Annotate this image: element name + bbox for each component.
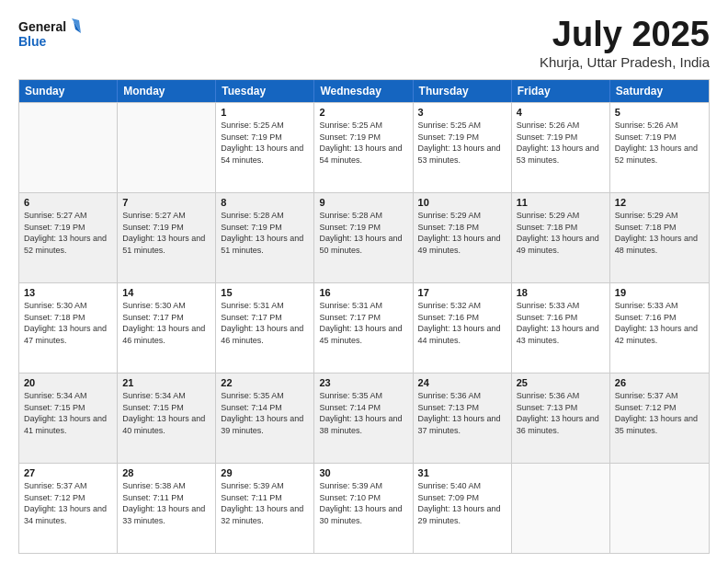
cell-daylight: Daylight: 13 hours and 41 minutes. bbox=[24, 413, 112, 436]
day-number: 24 bbox=[418, 377, 506, 388]
cell-sunrise: Sunrise: 5:35 AM bbox=[319, 390, 407, 402]
cell-daylight: Daylight: 13 hours and 39 minutes. bbox=[221, 413, 309, 436]
cell-sunset: Sunset: 7:19 PM bbox=[24, 222, 112, 234]
cell-daylight: Daylight: 13 hours and 35 minutes. bbox=[615, 413, 704, 436]
cal-cell-2-3: 8 Sunrise: 5:28 AM Sunset: 7:19 PM Dayli… bbox=[216, 193, 314, 282]
day-number: 1 bbox=[221, 107, 309, 118]
day-number: 29 bbox=[221, 467, 309, 478]
header-friday: Friday bbox=[512, 80, 610, 102]
cell-sunset: Sunset: 7:16 PM bbox=[517, 312, 605, 324]
cell-daylight: Daylight: 13 hours and 46 minutes. bbox=[221, 323, 309, 346]
day-number: 13 bbox=[24, 287, 112, 298]
cell-sunrise: Sunrise: 5:25 AM bbox=[418, 120, 506, 132]
cell-sunset: Sunset: 7:11 PM bbox=[122, 492, 210, 504]
cell-sunset: Sunset: 7:19 PM bbox=[221, 132, 309, 144]
cell-daylight: Daylight: 13 hours and 30 minutes. bbox=[319, 503, 407, 526]
day-number: 12 bbox=[615, 197, 704, 208]
cell-sunset: Sunset: 7:13 PM bbox=[517, 402, 605, 414]
header: General Blue July 2025 Khurja, Uttar Pra… bbox=[18, 17, 710, 70]
cal-cell-5-2: 28 Sunrise: 5:38 AM Sunset: 7:11 PM Dayl… bbox=[118, 464, 216, 553]
cell-sunrise: Sunrise: 5:35 AM bbox=[221, 390, 309, 402]
cell-sunset: Sunset: 7:16 PM bbox=[418, 312, 506, 324]
cell-sunrise: Sunrise: 5:39 AM bbox=[221, 480, 309, 492]
cell-daylight: Daylight: 13 hours and 52 minutes. bbox=[615, 143, 704, 166]
cal-cell-2-4: 9 Sunrise: 5:28 AM Sunset: 7:19 PM Dayli… bbox=[314, 193, 413, 282]
cal-cell-4-1: 20 Sunrise: 5:34 AM Sunset: 7:15 PM Dayl… bbox=[19, 373, 118, 463]
svg-text:General: General bbox=[18, 19, 66, 34]
cell-sunset: Sunset: 7:17 PM bbox=[319, 312, 407, 324]
cell-sunrise: Sunrise: 5:26 AM bbox=[615, 120, 704, 132]
cell-sunrise: Sunrise: 5:32 AM bbox=[418, 300, 506, 312]
cell-sunset: Sunset: 7:18 PM bbox=[418, 222, 506, 234]
cal-cell-1-1 bbox=[19, 103, 118, 192]
day-number: 23 bbox=[319, 377, 407, 388]
day-number: 31 bbox=[418, 467, 506, 478]
cell-sunrise: Sunrise: 5:37 AM bbox=[615, 390, 704, 402]
cal-cell-1-4: 2 Sunrise: 5:25 AM Sunset: 7:19 PM Dayli… bbox=[314, 103, 413, 192]
cal-cell-4-7: 26 Sunrise: 5:37 AM Sunset: 7:12 PM Dayl… bbox=[610, 373, 709, 463]
cell-daylight: Daylight: 13 hours and 49 minutes. bbox=[517, 233, 605, 256]
header-wednesday: Wednesday bbox=[314, 80, 413, 102]
cal-row-4: 20 Sunrise: 5:34 AM Sunset: 7:15 PM Dayl… bbox=[19, 373, 709, 463]
day-number: 2 bbox=[319, 107, 407, 118]
logo-svg: General Blue bbox=[18, 17, 83, 52]
cal-cell-2-7: 12 Sunrise: 5:29 AM Sunset: 7:18 PM Dayl… bbox=[610, 193, 709, 282]
cell-daylight: Daylight: 13 hours and 54 minutes. bbox=[319, 143, 407, 166]
cell-daylight: Daylight: 13 hours and 53 minutes. bbox=[418, 143, 506, 166]
day-number: 16 bbox=[319, 287, 407, 298]
cell-daylight: Daylight: 13 hours and 51 minutes. bbox=[221, 233, 309, 256]
cell-sunrise: Sunrise: 5:34 AM bbox=[122, 390, 210, 402]
cell-daylight: Daylight: 13 hours and 46 minutes. bbox=[122, 323, 210, 346]
cell-sunrise: Sunrise: 5:29 AM bbox=[517, 210, 605, 222]
day-number: 14 bbox=[122, 287, 210, 298]
day-number: 28 bbox=[122, 467, 210, 478]
cell-sunset: Sunset: 7:15 PM bbox=[24, 402, 112, 414]
cell-daylight: Daylight: 13 hours and 52 minutes. bbox=[24, 233, 112, 256]
location: Khurja, Uttar Pradesh, India bbox=[540, 54, 710, 70]
calendar: Sunday Monday Tuesday Wednesday Thursday… bbox=[18, 79, 710, 554]
cal-cell-1-6: 4 Sunrise: 5:26 AM Sunset: 7:19 PM Dayli… bbox=[512, 103, 610, 192]
cell-sunset: Sunset: 7:14 PM bbox=[319, 402, 407, 414]
cell-sunset: Sunset: 7:13 PM bbox=[418, 402, 506, 414]
cal-cell-3-4: 16 Sunrise: 5:31 AM Sunset: 7:17 PM Dayl… bbox=[314, 283, 413, 373]
day-number: 26 bbox=[615, 377, 704, 388]
cell-sunrise: Sunrise: 5:31 AM bbox=[319, 300, 407, 312]
cell-sunset: Sunset: 7:19 PM bbox=[122, 222, 210, 234]
cell-daylight: Daylight: 13 hours and 50 minutes. bbox=[319, 233, 407, 256]
cell-sunrise: Sunrise: 5:38 AM bbox=[122, 480, 210, 492]
cal-cell-1-3: 1 Sunrise: 5:25 AM Sunset: 7:19 PM Dayli… bbox=[216, 103, 314, 192]
header-thursday: Thursday bbox=[414, 80, 512, 102]
cal-cell-3-3: 15 Sunrise: 5:31 AM Sunset: 7:17 PM Dayl… bbox=[216, 283, 314, 373]
day-number: 17 bbox=[418, 287, 506, 298]
cell-sunrise: Sunrise: 5:33 AM bbox=[517, 300, 605, 312]
cal-cell-1-2 bbox=[118, 103, 216, 192]
month-title: July 2025 bbox=[540, 17, 710, 52]
cal-cell-5-5: 31 Sunrise: 5:40 AM Sunset: 7:09 PM Dayl… bbox=[414, 464, 512, 553]
cal-cell-5-3: 29 Sunrise: 5:39 AM Sunset: 7:11 PM Dayl… bbox=[216, 464, 314, 553]
cal-cell-5-4: 30 Sunrise: 5:39 AM Sunset: 7:10 PM Dayl… bbox=[314, 464, 413, 553]
page: General Blue July 2025 Khurja, Uttar Pra… bbox=[0, 0, 728, 563]
logo: General Blue bbox=[18, 17, 83, 52]
cal-row-1: 1 Sunrise: 5:25 AM Sunset: 7:19 PM Dayli… bbox=[19, 102, 709, 192]
cell-sunset: Sunset: 7:12 PM bbox=[24, 492, 112, 504]
header-sunday: Sunday bbox=[19, 80, 118, 102]
cell-sunrise: Sunrise: 5:29 AM bbox=[418, 210, 506, 222]
cal-cell-4-2: 21 Sunrise: 5:34 AM Sunset: 7:15 PM Dayl… bbox=[118, 373, 216, 463]
cal-cell-5-6 bbox=[512, 464, 610, 553]
cal-cell-1-7: 5 Sunrise: 5:26 AM Sunset: 7:19 PM Dayli… bbox=[610, 103, 709, 192]
cal-cell-4-3: 22 Sunrise: 5:35 AM Sunset: 7:14 PM Dayl… bbox=[216, 373, 314, 463]
header-monday: Monday bbox=[118, 80, 216, 102]
cell-sunset: Sunset: 7:17 PM bbox=[122, 312, 210, 324]
cell-sunrise: Sunrise: 5:30 AM bbox=[122, 300, 210, 312]
day-number: 20 bbox=[24, 377, 112, 388]
cal-cell-2-5: 10 Sunrise: 5:29 AM Sunset: 7:18 PM Dayl… bbox=[414, 193, 512, 282]
cell-daylight: Daylight: 13 hours and 36 minutes. bbox=[517, 413, 605, 436]
cell-sunrise: Sunrise: 5:34 AM bbox=[24, 390, 112, 402]
day-number: 27 bbox=[24, 467, 112, 478]
cal-cell-2-2: 7 Sunrise: 5:27 AM Sunset: 7:19 PM Dayli… bbox=[118, 193, 216, 282]
cell-daylight: Daylight: 13 hours and 40 minutes. bbox=[122, 413, 210, 436]
cell-daylight: Daylight: 13 hours and 32 minutes. bbox=[221, 503, 309, 526]
day-number: 10 bbox=[418, 197, 506, 208]
cell-sunset: Sunset: 7:09 PM bbox=[418, 492, 506, 504]
cal-row-2: 6 Sunrise: 5:27 AM Sunset: 7:19 PM Dayli… bbox=[19, 192, 709, 282]
